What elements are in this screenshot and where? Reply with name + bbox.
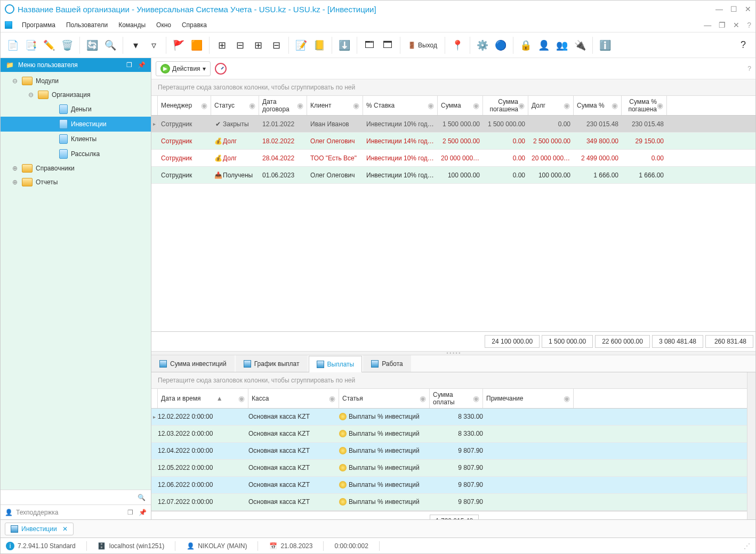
minimize-button[interactable]: —: [715, 5, 723, 13]
menu-commands[interactable]: Команды: [113, 21, 151, 29]
refresh-button[interactable]: 🔄: [84, 37, 100, 53]
plugin-button[interactable]: 🔌: [572, 37, 588, 53]
col-paid[interactable]: Сумма погашена◉: [483, 96, 528, 115]
tree-reports[interactable]: ⊕ Отчеты: [1, 175, 151, 189]
dcol-kassa[interactable]: Касса◉: [248, 389, 339, 408]
table-row[interactable]: ▸Сотрудник✔Закрыты12.01.2022Иван ИвановИ…: [151, 116, 755, 133]
mdi-help-button[interactable]: ?: [747, 21, 751, 29]
menu-program[interactable]: Программа: [17, 21, 61, 29]
table-row[interactable]: Сотрудник💰Долг18.02.2022Олег ОлеговичИнв…: [151, 133, 755, 150]
dcol-note[interactable]: Примечание◉: [483, 389, 574, 408]
support-label[interactable]: Техподдержка: [16, 509, 59, 516]
filter-icon[interactable]: ◉: [329, 394, 335, 403]
tab-schedule[interactable]: График выплат: [236, 355, 308, 372]
splitter[interactable]: • • • • •: [151, 351, 755, 355]
expand-icon[interactable]: ⊕: [11, 165, 19, 172]
table-row[interactable]: ▸12.02.2022 0:00:00Основная касса KZTВып…: [151, 409, 747, 426]
table-row[interactable]: 12.07.2022 0:00:00Основная касса KZTВыпл…: [151, 494, 747, 511]
filter-icon[interactable]: ◉: [249, 101, 255, 110]
mdi-restore-button[interactable]: ❐: [719, 21, 726, 29]
tab-payouts[interactable]: Выплаты: [309, 356, 363, 372]
edit-doc-button[interactable]: ✏️: [41, 37, 57, 53]
filter-icon[interactable]: ◉: [428, 101, 434, 110]
filter-icon[interactable]: ◉: [473, 101, 479, 110]
new-doc-button[interactable]: 📄: [5, 37, 21, 53]
sidebar-footer-pin-icon[interactable]: 📌: [139, 509, 147, 516]
collapse-icon[interactable]: ⊖: [11, 77, 19, 85]
delete-doc-button[interactable]: 🗑️: [59, 37, 75, 53]
dcol-date[interactable]: Дата и время▲◉: [158, 389, 248, 408]
exit-button[interactable]: 🚪 Выход: [405, 42, 440, 49]
import-button[interactable]: ⬇️: [336, 37, 352, 53]
group-hint[interactable]: Перетащите сюда заголовок колонки, чтобы…: [151, 79, 755, 96]
col-rate[interactable]: % Ставка◉: [363, 96, 438, 115]
col-date[interactable]: Дата договора◉: [259, 96, 307, 115]
menu-help[interactable]: Справка: [176, 21, 212, 29]
expand-all-button[interactable]: ⊞: [250, 37, 266, 53]
table-row[interactable]: 12.03.2022 0:00:00Основная касса KZTВыпл…: [151, 426, 747, 443]
search-button[interactable]: 🔍: [102, 37, 118, 53]
tree-clients[interactable]: Клиенты: [1, 132, 151, 146]
maximize-button[interactable]: ☐: [730, 5, 737, 13]
mdi-close-button[interactable]: ✕: [733, 21, 739, 29]
tab-sum-inv[interactable]: Сумма инвестиций: [151, 355, 235, 372]
collapse-all-button[interactable]: ⊟: [268, 37, 284, 53]
col-pct[interactable]: Сумма %◉: [574, 96, 622, 115]
tree-mailing[interactable]: Рассылка: [1, 146, 151, 161]
filter-icon[interactable]: ◉: [420, 394, 426, 403]
doc-tab-investments[interactable]: Инвестиции ✕: [5, 523, 74, 535]
filter-icon[interactable]: ◉: [657, 101, 663, 110]
sidebar-pin-icon[interactable]: 📌: [138, 61, 146, 69]
lock-button[interactable]: 🔒: [518, 37, 534, 53]
dcol-sum[interactable]: Сумма оплаты◉: [430, 389, 483, 408]
sidebar-footer-restore-icon[interactable]: ❐: [127, 509, 133, 516]
menu-users[interactable]: Пользователи: [61, 21, 113, 29]
col-sum[interactable]: Сумма◉: [438, 96, 483, 115]
user-button[interactable]: 👤: [536, 37, 552, 53]
close-button[interactable]: ✕: [745, 5, 751, 13]
filter-icon[interactable]: ◉: [238, 394, 245, 403]
collapse-icon[interactable]: ⊖: [27, 91, 35, 99]
tree-refs[interactable]: ⊕ Справочники: [1, 161, 151, 175]
tree-investments[interactable]: Инвестиции: [1, 117, 151, 132]
table-row[interactable]: 12.04.2022 0:00:00Основная касса KZTВыпл…: [151, 443, 747, 460]
expand-button[interactable]: ⊞: [214, 37, 230, 53]
tree-modules[interactable]: ⊖ Модули: [1, 74, 151, 88]
tree-money[interactable]: Деньги: [1, 102, 151, 117]
menu-window[interactable]: Окно: [151, 21, 176, 29]
detail-group-hint[interactable]: Перетащите сюда заголовок колонки, чтобы…: [151, 372, 747, 389]
actions-button[interactable]: ▶ Действия ▾: [156, 61, 211, 76]
close-tab-icon[interactable]: ✕: [62, 525, 68, 533]
sidebar-restore-icon[interactable]: ❐: [126, 61, 132, 69]
apps-button[interactable]: 🟧: [189, 37, 205, 53]
close-all-tabs-button[interactable]: 🗖: [380, 37, 396, 53]
collapse-button[interactable]: ⊟: [232, 37, 248, 53]
add-note-button[interactable]: 📝: [293, 37, 309, 53]
mdi-minimize-button[interactable]: —: [704, 21, 711, 29]
filter-button[interactable]: ▾: [127, 37, 143, 53]
filter-icon[interactable]: ◉: [297, 101, 303, 110]
col-debt[interactable]: Долг◉: [528, 96, 574, 115]
filter-icon[interactable]: ◉: [564, 101, 570, 110]
table-row[interactable]: 12.06.2022 0:00:00Основная касса KZTВыпл…: [151, 477, 747, 494]
col-client[interactable]: Клиент◉: [307, 96, 363, 115]
theme-button[interactable]: 🔵: [493, 37, 509, 53]
close-tab-button[interactable]: 🗔: [361, 37, 377, 53]
table-row[interactable]: 12.05.2022 0:00:00Основная касса KZTВыпл…: [151, 460, 747, 477]
help-small-button[interactable]: ?: [735, 37, 751, 53]
col-manager[interactable]: Менеджер◉: [158, 96, 211, 115]
filter-icon[interactable]: ◉: [518, 101, 525, 110]
users-button[interactable]: 👥: [554, 37, 570, 53]
resize-grip-icon[interactable]: ⋰: [744, 542, 750, 550]
location-button[interactable]: 📍: [449, 37, 465, 53]
filter-icon[interactable]: ◉: [353, 101, 359, 110]
col-status[interactable]: Статус◉: [211, 96, 259, 115]
flag-button[interactable]: 🚩: [171, 37, 187, 53]
col-pctpaid[interactable]: Сумма % погашена◉: [622, 96, 667, 115]
clock-icon[interactable]: [215, 63, 227, 75]
table-row[interactable]: Сотрудник📥Получены01.06.2023Олег Олегови…: [151, 167, 755, 184]
menu-icon[interactable]: [5, 21, 12, 29]
sort-asc-icon[interactable]: ▲: [216, 395, 223, 402]
tree-organization[interactable]: ⊖ Организация: [1, 88, 151, 102]
filter-icon[interactable]: ◉: [473, 394, 479, 403]
